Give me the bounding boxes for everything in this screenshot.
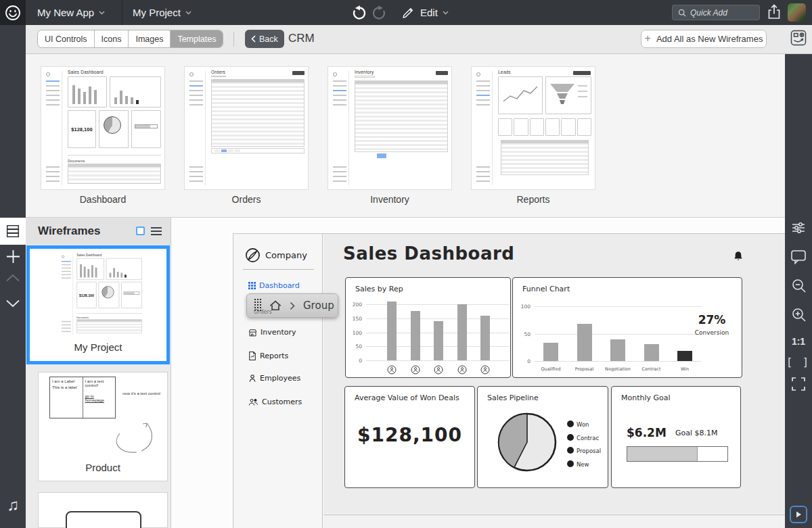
company-label: Company	[265, 250, 307, 260]
add-wireframe-button[interactable]	[0, 248, 26, 265]
mini-title: Orders	[211, 70, 225, 74]
wireframe-list-icon	[5, 223, 21, 239]
zoom-100-button[interactable]: 1:1	[792, 336, 805, 347]
list-view-icon[interactable]	[151, 227, 162, 237]
chevron-right-icon	[290, 302, 295, 310]
inspector-button[interactable]	[790, 220, 807, 239]
app-logo[interactable]	[0, 0, 26, 25]
play-button[interactable]	[790, 506, 807, 523]
project-menu[interactable]: My Project	[133, 0, 191, 25]
wireframe-thumb-3[interactable]	[38, 492, 168, 528]
goal-label: Goal $8.1M	[675, 429, 718, 437]
conversion-value: 27%	[692, 313, 732, 327]
user-avatar[interactable]	[788, 3, 806, 22]
legend-dot	[567, 421, 574, 427]
undo-button[interactable]	[351, 4, 367, 24]
wf-card-funnel: Funnel Chart 050100 QualifiedProposalNeg…	[512, 277, 742, 378]
pencil-icon	[401, 5, 415, 20]
person-circle-icon	[480, 365, 490, 375]
wf-nav-dashboard: Dashboard	[248, 281, 300, 290]
mini-sidebar	[474, 71, 493, 185]
thumbnail-view-icon[interactable]	[136, 226, 145, 235]
fullscreen-icon	[791, 377, 806, 391]
editor-canvas[interactable]: Company Dashboard Orders Group	[171, 218, 785, 528]
template-gallery: Sales Dashboard $128,100 Documents Dashb…	[26, 54, 785, 218]
top-bar: My New App My Project Edit Quick Add	[0, 0, 812, 25]
template-card-inventory[interactable]: Inventory	[328, 66, 452, 190]
ui-library-toggle-button[interactable]	[789, 28, 808, 47]
wf-nav-reports: Reports	[248, 351, 288, 360]
toolbar: UI Controls Icons Images Templates Back …	[26, 25, 812, 54]
store-icon	[248, 329, 257, 337]
person-circle-icon	[387, 365, 397, 375]
wireframe-thumb-product[interactable]: I am a Label This is a label I am a text…	[38, 372, 168, 481]
thumb-label: Product	[39, 462, 167, 473]
music-note-icon: ♫	[7, 496, 19, 514]
chevron-down-icon	[185, 11, 191, 15]
mini-title: Inventory	[355, 70, 374, 74]
person-icon	[248, 374, 256, 383]
add-all-button[interactable]: +Add All as New Wireframes	[641, 30, 767, 48]
topbar-divider	[122, 0, 122, 25]
zoom-out-button[interactable]	[791, 278, 807, 296]
wf-documents-band	[323, 514, 786, 528]
move-up-button[interactable]	[0, 274, 26, 282]
template-card-reports[interactable]: Leads	[471, 66, 595, 190]
template-label: Inventory	[328, 194, 452, 205]
zoom-out-icon	[791, 278, 807, 293]
grid-icon	[248, 282, 256, 289]
mini-sidebar	[187, 71, 206, 185]
back-button[interactable]: Back	[245, 30, 284, 48]
wf-nav-employees: Employees	[248, 374, 300, 383]
people-icon	[248, 398, 258, 406]
edit-menu[interactable]: Edit	[401, 0, 449, 25]
bell-icon	[732, 250, 744, 264]
music-button[interactable]: ♫	[0, 496, 26, 514]
tab-templates[interactable]: Templates	[171, 30, 223, 47]
mini-title: Leads	[498, 70, 511, 74]
wireframes-panel: Sales Dashboard $128,100 Documents My Pr…	[26, 218, 171, 528]
quick-add-input[interactable]: Quick Add	[672, 5, 760, 20]
legend-label: Proposal	[577, 448, 601, 454]
app-menu-label: My New App	[37, 7, 94, 18]
zoom-in-icon	[791, 307, 807, 322]
chevron-down-icon	[443, 11, 449, 15]
tab-icons[interactable]: Icons	[95, 30, 129, 47]
fit-selection-button[interactable]: [ ]	[786, 356, 811, 368]
tab-ui-controls[interactable]: UI Controls	[38, 30, 95, 47]
legend-dot	[567, 460, 574, 467]
legend-label: Contrac	[577, 435, 599, 441]
share-button[interactable]	[765, 3, 783, 24]
app-menu[interactable]: My New App	[37, 0, 105, 25]
template-label: Reports	[471, 194, 595, 205]
wireframes-panel-header: Wireframes	[26, 218, 171, 245]
template-label: Dashboard	[41, 194, 165, 205]
edit-menu-label: Edit	[420, 7, 438, 18]
group-overlay[interactable]: Orders Group	[246, 293, 338, 318]
wireframes-view-button[interactable]	[0, 218, 26, 245]
person-circle-icon	[434, 365, 443, 375]
template-card-dashboard[interactable]: Sales Dashboard $128,100 Documents	[41, 66, 165, 190]
legend-dot	[567, 447, 574, 454]
fit-screen-button[interactable]	[791, 377, 806, 394]
comments-button[interactable]	[790, 249, 807, 267]
toolbar-divider	[233, 32, 234, 47]
app-window: My New App My Project Edit Quick Add	[0, 0, 812, 528]
template-card-orders[interactable]: Orders	[184, 66, 309, 190]
chevron-down-icon	[5, 299, 20, 308]
tab-images[interactable]: Images	[129, 30, 171, 47]
wireframe-sheet[interactable]: Company Dashboard Orders Group	[233, 233, 786, 528]
wf-card-pipeline: Sales Pipeline WonContracProposalNew	[477, 386, 608, 488]
wireframe-thumb-my-project[interactable]: Sales Dashboard $128,100 Documents My Pr…	[26, 245, 170, 364]
search-icon	[678, 9, 686, 17]
conversion-label: Conversion	[692, 329, 732, 336]
redo-button[interactable]	[371, 4, 388, 24]
comment-icon	[790, 249, 807, 264]
legend-label: New	[577, 461, 589, 468]
hidden-nav-label: Orders	[254, 309, 272, 315]
wf-main: Sales Dashboard Sales by Rep 05010015020…	[323, 234, 786, 514]
thumb-label: My Project	[30, 341, 166, 353]
zoom-in-button[interactable]	[791, 307, 807, 325]
move-down-button[interactable]	[0, 299, 26, 308]
project-menu-label: My Project	[133, 7, 181, 18]
